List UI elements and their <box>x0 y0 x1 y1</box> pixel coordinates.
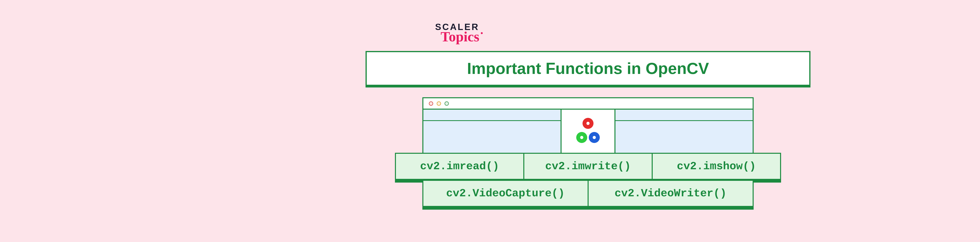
fn-imread: cv2.imread() <box>395 153 524 180</box>
scaler-topics-logo: SCALER Topics <box>435 22 479 45</box>
opencv-logo-icon <box>572 116 604 147</box>
function-row-2: cv2.VideoCapture() cv2.VideoWriter() <box>422 180 754 210</box>
window-titlebar <box>423 98 752 110</box>
title-part2: in OpenCV <box>622 59 709 77</box>
logo-line2: Topics <box>441 29 479 45</box>
window-maximize-icon <box>444 101 449 106</box>
window-minimize-icon <box>437 101 441 106</box>
title-box: Important Functions in OpenCV <box>366 51 810 88</box>
diagram-container: Important Functions in OpenCV cv2.imread… <box>366 51 810 210</box>
opencv-logo-box <box>560 109 616 154</box>
fn-imshow: cv2.imshow() <box>652 153 781 180</box>
title-part1: Important Functions <box>467 59 622 77</box>
fn-videowriter: cv2.VideoWriter() <box>588 180 754 207</box>
window-close-icon <box>429 101 433 106</box>
function-row-1: cv2.imread() cv2.imwrite() cv2.imshow() <box>395 153 781 183</box>
browser-window <box>422 97 754 154</box>
fn-videocapture: cv2.VideoCapture() <box>422 180 589 207</box>
window-body <box>423 110 752 153</box>
fn-imwrite: cv2.imwrite() <box>523 153 653 180</box>
